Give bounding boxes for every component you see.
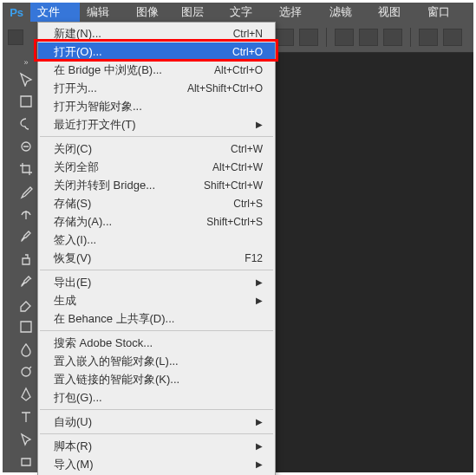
menu-item[interactable]: 关闭(C)Ctrl+W [38,140,275,158]
menu-item[interactable]: 关闭全部Alt+Ctrl+W [38,158,275,176]
menubar-item[interactable]: 选择(S) [272,3,322,22]
submenu-arrow-icon: ▶ [247,120,263,129]
menu-separator [40,330,273,331]
menu-item-label: 生成 [54,293,76,309]
menubar-item[interactable]: 图像(I) [129,3,174,22]
menu-item[interactable]: 置入链接的智能对象(K)... [38,370,275,388]
menu-item[interactable]: 自动(U)▶ [38,413,275,431]
type-tool[interactable] [16,407,36,427]
submenu-arrow-icon: ▶ [247,441,263,451]
menubar-item[interactable]: 图层(L) [174,3,223,22]
menu-item-shortcut: Alt+Shift+Ctrl+O [187,82,263,94]
menu-item[interactable]: 签入(I)... [38,231,275,249]
rectangle-tool[interactable] [16,452,36,472]
eraser-tool[interactable] [16,294,36,315]
menu-item-label: 置入链接的智能对象(K)... [54,372,179,387]
path-select-tool[interactable] [16,429,36,450]
menu-separator [40,270,273,270]
menu-item[interactable]: 导出(E)▶ [38,273,275,291]
menubar-item[interactable]: 文件(F) [30,3,80,22]
distribute-button[interactable] [419,29,438,46]
menu-item-label: 搜索 Adobe Stock... [54,335,153,351]
app-logo: Ps [3,3,30,22]
menu-item-label: 新建(N)... [54,26,101,42]
menu-item-shortcut: Ctrl+N [233,28,263,40]
menu-item[interactable]: 最近打开文件(T)▶ [38,115,275,133]
align-button[interactable] [359,29,378,46]
menu-item-label: 打包(G)... [54,390,102,406]
menu-item-shortcut: Alt+Ctrl+O [214,64,263,76]
menu-separator [40,433,273,434]
gradient-tool[interactable] [16,316,36,337]
menu-item[interactable]: 搜索 Adobe Stock... [38,334,275,352]
menubar-item[interactable]: 滤镜(T) [323,3,372,22]
menu-item[interactable]: 置入嵌入的智能对象(L)... [38,352,275,370]
menubar-item[interactable]: 文字(Y) [223,3,272,22]
menu-item[interactable]: 存储(S)Ctrl+S [38,194,275,212]
menubar: Ps 文件(F)编辑(E)图像(I)图层(L)文字(Y)选择(S)滤镜(T)视图… [3,3,473,22]
menu-item-shortcut: Shift+Ctrl+W [204,179,263,192]
menu-item[interactable]: 脚本(R)▶ [38,437,275,455]
brush-tool[interactable] [16,226,36,247]
menu-item[interactable]: 生成▶ [38,291,275,309]
menu-item-label: 导出(E) [54,275,91,290]
file-menu-dropdown: 新建(N)...Ctrl+N打开(O)...Ctrl+O在 Bridge 中浏览… [37,22,276,475]
toolbox-handle[interactable]: » [14,58,38,67]
healing-tool[interactable] [16,204,36,224]
menu-item[interactable]: 打开为...Alt+Shift+Ctrl+O [38,79,275,97]
menu-item-shortcut: Ctrl+S [233,198,263,210]
menu-item[interactable]: 恢复(V)F12 [38,249,275,267]
options-swatch[interactable] [8,29,23,45]
toolbox: » [13,55,39,472]
menu-separator [40,409,273,410]
menu-item-label: 置入嵌入的智能对象(L)... [54,354,179,369]
menu-item[interactable]: 打开(O)...Ctrl+O [38,42,275,61]
menu-item[interactable]: 关闭并转到 Bridge...Shift+Ctrl+W [38,176,275,194]
menu-item-label: 在 Behance 上共享(D)... [54,311,174,327]
eyedropper-tool[interactable] [16,181,36,202]
align-button[interactable] [299,29,318,46]
distribute-button[interactable] [443,29,462,46]
menu-item[interactable]: 存储为(A)...Shift+Ctrl+S [38,212,275,231]
menu-item-shortcut: Shift+Ctrl+S [206,216,263,228]
menu-item-label: 关闭全部 [54,159,99,175]
menu-item[interactable]: 打开为智能对象... [38,97,275,115]
crop-tool[interactable] [16,159,36,179]
menubar-item[interactable]: 视图(V) [371,3,421,22]
menu-separator [40,136,273,137]
menu-item-label: 恢复(V) [54,251,91,266]
menubar-item[interactable]: 窗口(W) [421,3,473,22]
submenu-arrow-icon: ▶ [247,277,263,287]
move-tool[interactable] [16,68,36,89]
menu-item-label: 脚本(R) [54,439,92,454]
menu-item-shortcut: Ctrl+W [231,143,263,155]
menu-item[interactable]: 在 Bridge 中浏览(B)...Alt+Ctrl+O [38,61,275,79]
menu-item-label: 打开(O)... [54,44,102,60]
menu-item-label: 最近打开文件(T) [54,117,136,133]
pen-tool[interactable] [16,384,36,405]
menu-item[interactable]: 新建(N)...Ctrl+N [38,24,275,42]
clone-tool[interactable] [16,249,36,270]
marquee-tool[interactable] [16,91,36,112]
menu-item-shortcut: F12 [245,252,263,264]
menu-item-label: 打开为智能对象... [54,99,142,114]
submenu-arrow-icon: ▶ [247,459,263,469]
lasso-tool[interactable] [16,114,36,134]
align-button[interactable] [275,29,294,46]
menubar-item[interactable]: 编辑(E) [80,3,129,22]
blur-tool[interactable] [16,339,36,360]
dodge-tool[interactable] [16,361,36,382]
menu-item[interactable]: 在 Behance 上共享(D)... [38,309,275,328]
menu-item-shortcut: Alt+Ctrl+W [212,161,263,173]
menu-item-label: 关闭(C) [54,141,92,157]
menu-item[interactable]: 导入(M)▶ [38,455,275,473]
menu-item-label: 打开为... [54,81,97,96]
menu-item-label: 自动(U) [54,414,92,430]
align-button[interactable] [335,29,354,46]
submenu-arrow-icon: ▶ [247,417,263,426]
menu-item-label: 签入(I)... [54,232,96,248]
quick-select-tool[interactable] [16,136,36,157]
menu-item[interactable]: 打包(G)... [38,388,275,407]
align-button[interactable] [383,29,402,46]
history-brush-tool[interactable] [16,271,36,292]
